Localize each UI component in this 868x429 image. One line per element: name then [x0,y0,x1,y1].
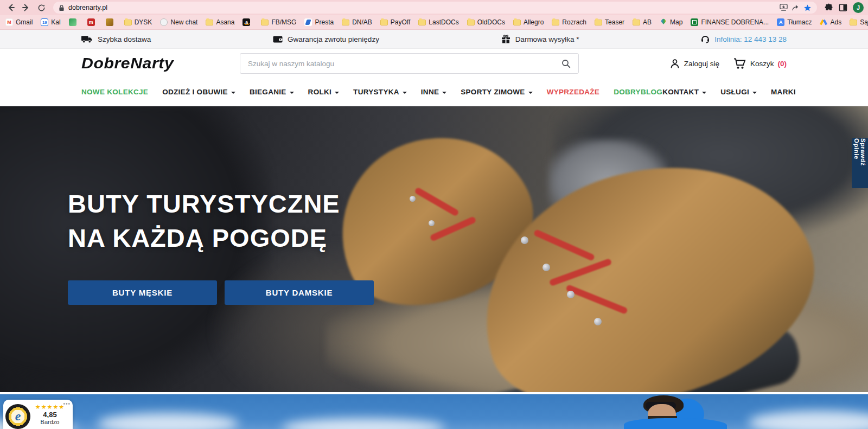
nav-dobryblog[interactable]: DOBRYBLOG [614,88,662,96]
nav-sporty-zimowe[interactable]: SPORTY ZIMOWE [461,88,532,96]
google-maps-icon [660,18,667,26]
amazon-icon: a [242,18,250,26]
nav-marki[interactable]: MARKI [771,88,796,96]
chevron-down-icon [290,92,294,94]
benefit-fast-delivery: Szybka dostawa [81,35,151,43]
bookmark-ads[interactable]: Ads [820,18,841,26]
folder-icon [467,20,475,25]
bookmark-sad[interactable]: Sąd [850,18,868,26]
nav-inne[interactable]: INNE [421,88,446,96]
folder-icon [595,20,602,25]
mens-boots-button[interactable]: BUTY MĘSKIE [68,280,217,305]
m-icon: m [87,18,95,26]
bookmark-rozrach[interactable]: Rozrach [552,18,586,26]
benefit-infoline[interactable]: Infolinia: 12 443 13 28 [701,35,787,43]
nav-nowe-kolekcje[interactable]: NOWE KOLEKCJE [81,88,148,96]
bookmark-olddocs[interactable]: OldDOCs [467,18,505,26]
extensions-icon[interactable] [825,3,833,12]
gift-icon [501,35,510,43]
profile-avatar[interactable]: J [853,2,864,13]
translate-icon: A [777,18,784,26]
bookmark-lastdocs[interactable]: LastDOCs [418,18,458,26]
site-header: DobreNarty Zaloguj się Koszyk (0) [0,49,868,78]
nav-bieganie[interactable]: BIEGANIE [250,88,294,96]
chevron-down-icon [702,92,706,94]
bookmark-favicon-m[interactable]: m [87,18,98,26]
nav-wyprzedaze[interactable]: WYPRZEDAŻE [547,88,600,96]
folder-icon [418,20,426,25]
nav-turystyka[interactable]: TURYSTYKA [353,88,407,96]
search-bar[interactable] [240,53,579,74]
bookmark-allegro[interactable]: Allegro [513,18,544,26]
bookmark-kal[interactable]: 19Kal [41,18,60,26]
site-logo[interactable]: DobreNarty [81,55,174,72]
headset-icon [701,35,710,43]
bookmark-ab[interactable]: AB [633,18,652,26]
chat-icon [160,18,168,26]
login-button[interactable]: Zaloguj się [669,58,719,69]
google-ads-icon [820,18,827,26]
install-icon[interactable] [780,4,788,11]
prestashop-icon [304,18,312,26]
back-icon[interactable] [4,1,17,14]
benefit-free-shipping: Darmowa wysyłka * [501,35,579,43]
gmail-icon: M [5,18,13,26]
search-icon[interactable] [561,59,571,68]
folder-icon [206,20,213,25]
wallet-icon [273,35,283,43]
bookmark-finanse[interactable]: FINANSE DOBRENA... [691,18,769,26]
bookmark-presta[interactable]: Presta [304,18,334,26]
chevron-down-icon [528,92,533,94]
nav-uslugi[interactable]: USŁUGI [720,88,757,96]
nav-kontakt[interactable]: KONTAKT [662,88,706,96]
bookmark-star-icon[interactable] [803,4,812,12]
bookmark-dnab[interactable]: DN/AB [342,18,372,26]
share-icon[interactable] [792,4,800,11]
browser-chrome: dobrenarty.pl J MGmail 19Kal m [0,0,868,30]
rating-label: Bardzo [30,419,69,425]
nav-odziez-i-obuwie[interactable]: ODZIEŻ I OBUWIE [162,88,235,96]
bookmark-favicon-green[interactable] [69,18,79,26]
search-input[interactable] [248,60,561,68]
chevron-down-icon [442,92,446,94]
lock-icon [59,4,65,11]
folder-icon [380,20,388,25]
chevron-down-icon [335,92,339,94]
cart-count: (0) [778,60,787,68]
bookmark-asana[interactable]: Asana [206,18,234,26]
page-content: Szybka dostawa Gwarancja zwrotu pieniędz… [0,30,868,429]
cart-button[interactable]: Koszyk (0) [733,58,787,69]
widget-menu-icon[interactable]: ••• [63,401,71,407]
folder-icon [552,20,559,25]
trusted-shops-badge-icon: e [5,404,30,429]
folder-icon [513,20,521,25]
bookmark-map[interactable]: Map [660,18,682,26]
image-icon [69,18,76,26]
nav-rolki[interactable]: ROLKI [308,88,340,96]
bookmark-tlumacz[interactable]: ATłumacz [777,18,812,26]
bookmark-fbmsg[interactable]: FB/MSG [261,18,296,26]
bookmark-amazon[interactable]: a [242,18,253,26]
truck-icon [81,35,93,43]
chevron-down-icon [752,92,757,94]
skier-person-image [608,394,738,429]
rating-value: 4,85 [30,411,69,419]
trusted-shops-widget[interactable]: e ••• ★★★★★ 4,85 Bardzo [3,400,73,429]
calendar-icon: 19 [41,18,48,26]
side-panel-icon[interactable] [839,3,847,12]
bookmark-dysk[interactable]: DYSK [124,18,152,26]
bookmark-gmail[interactable]: MGmail [5,18,33,26]
bookmark-teaser[interactable]: Teaser [595,18,624,26]
second-banner-image [0,394,868,429]
hero-banner: BUTY TURYSTYCZNE NA KAŻDĄ POGODĘ BUTY MĘ… [0,106,868,392]
address-bar[interactable]: dobrenarty.pl [53,2,817,14]
folder-icon [124,20,132,25]
forward-icon[interactable] [20,1,33,14]
bookmark-favicon-gold[interactable] [106,18,116,26]
bookmark-new-chat[interactable]: New chat [160,18,197,26]
reload-icon[interactable] [35,1,48,14]
bookmark-payoff[interactable]: PayOff [380,18,410,26]
womens-boots-button[interactable]: BUTY DAMSKIE [225,280,374,305]
reviews-side-tab[interactable]: Sprawdź Opinie [852,138,868,188]
chevron-down-icon [231,92,235,94]
